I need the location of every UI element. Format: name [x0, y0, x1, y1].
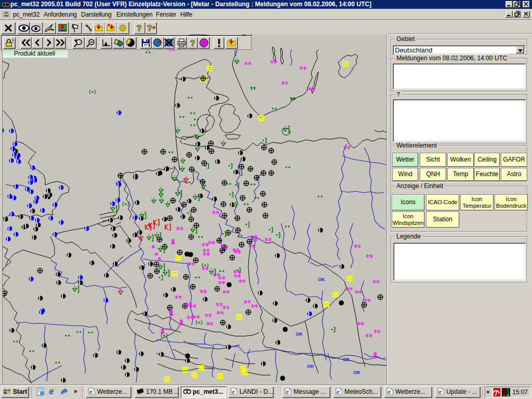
svg-text:e: e: [49, 387, 54, 396]
svg-text:e: e: [89, 389, 92, 395]
svg-text:?: ?: [38, 23, 42, 31]
svg-text:e: e: [438, 389, 442, 395]
svg-text:OK: OK: [296, 331, 303, 337]
svg-text:OK: OK: [343, 357, 350, 362]
svg-text:e: e: [388, 389, 391, 395]
svg-text:OK: OK: [318, 277, 325, 282]
svg-text:e: e: [286, 389, 289, 395]
svg-text:OK: OK: [307, 364, 314, 369]
svg-text:e: e: [337, 389, 340, 395]
svg-text:i: i: [203, 39, 204, 47]
svg-text:OK: OK: [353, 370, 361, 375]
svg-text:e: e: [232, 389, 235, 395]
svg-text:?: ?: [190, 39, 195, 47]
svg-text:?: ?: [137, 24, 142, 33]
svg-text:?: ?: [147, 24, 152, 33]
